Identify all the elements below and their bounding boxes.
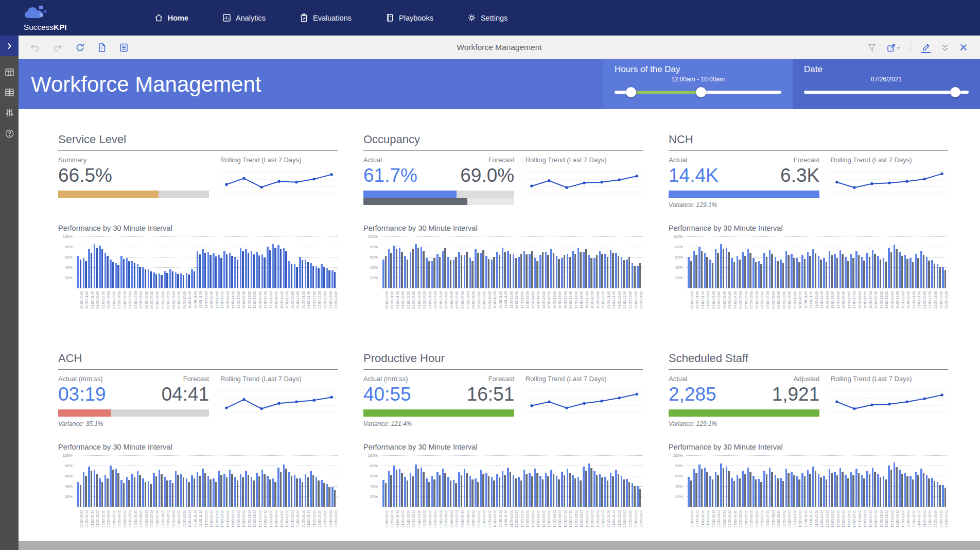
x-axis-tick: 19:00-19:30: [893, 290, 899, 325]
perf-bar-group: [915, 472, 920, 507]
x-axis-tick: 21:30-22:00: [920, 509, 925, 544]
perf-bar-group: [936, 264, 942, 288]
perf-bar-group: [528, 473, 534, 507]
hours-slider-handle-end[interactable]: [696, 87, 706, 97]
notes-icon[interactable]: [119, 43, 129, 53]
x-axis-tick: 20:30-21:00: [909, 509, 915, 544]
x-axis-tick: 20:30-21:00: [299, 509, 304, 544]
y-axis-tick: 40%: [58, 484, 73, 489]
perf-bar-group: [442, 469, 447, 507]
trend-label: Rolling Trend (Last 7 Days): [526, 375, 643, 383]
nav-item-home[interactable]: Home: [154, 13, 188, 22]
x-axis-tick: 09:30-10:00: [790, 290, 796, 325]
y-axis-tick: 40%: [669, 265, 683, 270]
x-axis-tick: 18:30-19:00: [887, 509, 893, 544]
x-axis-tick: 07:00-07:30: [763, 290, 768, 325]
nav-item-evaluations[interactable]: Evaluations: [300, 13, 352, 22]
brand-logo[interactable]: SuccessKPI: [24, 5, 67, 31]
perf-bars: [76, 455, 338, 507]
trend-label: Rolling Trend (Last 7 Days): [831, 375, 948, 383]
redo-icon[interactable]: [52, 43, 63, 51]
x-axis-tick: 15:30-16:00: [244, 509, 250, 544]
x-axis-tick: 15:30-16:00: [855, 509, 861, 544]
export-icon[interactable]: [887, 43, 900, 53]
date-slider-track[interactable]: [804, 91, 969, 94]
x-axis-tick: 18:00-18:30: [882, 509, 888, 544]
perf-bar-group: [517, 477, 523, 507]
y-axis-tick: 20%: [58, 494, 73, 499]
x-axis-tick: 08:30-09:00: [779, 290, 785, 325]
x-axis-tick: 03:00-03:30: [414, 509, 420, 544]
table-grid-icon-2[interactable]: [5, 89, 14, 96]
x-axis-tick: 19:00-19:30: [588, 509, 593, 544]
y-axis-tick: 80%: [669, 463, 683, 468]
x-axis-tick: 14:00-14:30: [228, 290, 234, 325]
table-grid-icon[interactable]: [5, 68, 14, 76]
perf-bar-group: [539, 476, 545, 507]
filter-icon[interactable]: [867, 43, 877, 52]
x-axis-tick: 11:30-12:00: [812, 290, 817, 325]
x-axis-tick: 00:30-01:00: [82, 509, 88, 544]
x-axis-tick: 00:00-00:30: [382, 290, 388, 325]
x-axis-tick: 20:00-20:30: [904, 290, 909, 325]
x-axis-tick: 12:30-13:00: [517, 290, 523, 325]
hours-slider-handle-start[interactable]: [626, 87, 636, 97]
perf-bar-group: [266, 476, 272, 507]
refresh-icon[interactable]: [75, 43, 85, 53]
x-axis-tick: 22:00-22:30: [620, 290, 626, 325]
perf-bar-group: [893, 462, 899, 507]
bottom-scroll-strip[interactable]: [19, 541, 980, 550]
perf-bar-group: [931, 260, 936, 288]
perf-bar-group: [496, 252, 501, 288]
x-axis-tick: 17:00-17:30: [261, 509, 267, 544]
x-axis-tick: 18:00-18:30: [272, 509, 277, 544]
perf-bar-group: [277, 468, 283, 507]
trend-sparkline: [526, 166, 643, 200]
x-axis-tick: 08:30-09:00: [169, 290, 174, 325]
perf-bar-group: [104, 253, 110, 288]
x-axis-tick: 14:30-15:00: [844, 290, 850, 325]
x-axis-tick: 15:00-15:30: [849, 290, 855, 325]
perf-bar-group: [736, 256, 742, 288]
expand-chevron-icon[interactable]: [0, 36, 19, 56]
x-axis-tick: 22:00-22:30: [925, 290, 931, 325]
perf-bar-group: [512, 254, 517, 288]
nav-label: Settings: [481, 14, 507, 22]
perf-bar-group: [463, 252, 469, 288]
x-axis-tick: 13:00-13:30: [828, 290, 833, 325]
nav-item-settings[interactable]: Settings: [467, 13, 507, 22]
filter-sliders-icon[interactable]: [6, 109, 13, 117]
edit-icon[interactable]: [921, 42, 931, 53]
nav-item-analytics[interactable]: Analytics: [222, 13, 266, 22]
perf-bar-group: [687, 477, 693, 507]
undo-icon[interactable]: [30, 43, 40, 51]
kpi-bars: [58, 191, 209, 198]
x-axis-tick: 01:30-02:00: [704, 509, 709, 544]
metric-label: Actual: [669, 375, 716, 383]
collapse-icon[interactable]: [941, 43, 949, 52]
date-slider-handle[interactable]: [950, 87, 960, 97]
perf-bar-group: [550, 249, 555, 288]
metric: Forecast04:41: [162, 375, 209, 405]
perf-bar-group: [604, 254, 609, 288]
perf-bar-group: [77, 256, 82, 288]
date-slider[interactable]: [804, 86, 969, 98]
perf-bar-group: [522, 251, 528, 288]
x-axis-tick: 05:30-06:00: [747, 290, 752, 325]
close-icon[interactable]: [959, 43, 968, 51]
x-axis-tick: 19:30-20:00: [898, 509, 904, 544]
nav-item-playbooks[interactable]: Playbooks: [386, 13, 433, 22]
perf-bar-group: [244, 249, 250, 288]
perf-bar-group: [555, 256, 561, 288]
playbooks-icon: [386, 13, 394, 22]
x-axis-tick: 08:00-08:30: [163, 290, 169, 325]
x-axis-tick: 06:00-06:30: [752, 509, 758, 544]
sparkline-svg: [526, 166, 643, 200]
perf-bar-group: [420, 468, 426, 507]
trend-label: Rolling Trend (Last 7 Days): [220, 156, 338, 164]
hours-range-slider[interactable]: [615, 86, 781, 98]
x-axis-tick: 12:00-12:30: [512, 509, 517, 544]
help-icon[interactable]: [5, 129, 14, 138]
perf-bar-group: [861, 475, 866, 507]
reload-doc-icon[interactable]: ?: [97, 43, 107, 53]
